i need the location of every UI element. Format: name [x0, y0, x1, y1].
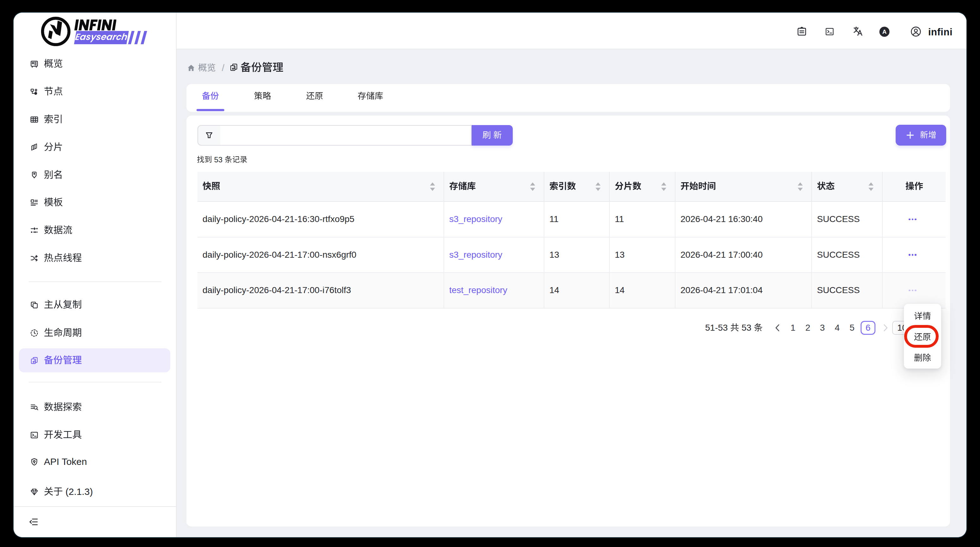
svg-text:(2.1.3): (2.1.3): [65, 487, 93, 497]
svg-text:A: A: [882, 29, 887, 35]
svg-text:53: 53: [741, 323, 751, 332]
svg-text:53: 53: [214, 156, 223, 164]
svg-text:51-53: 51-53: [705, 323, 728, 332]
